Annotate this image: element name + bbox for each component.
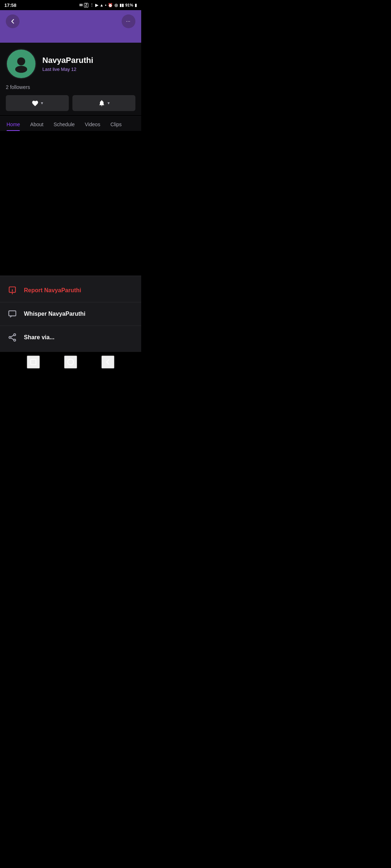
svg-line-10 (11, 335, 14, 337)
tab-clips[interactable]: Clips (105, 116, 127, 131)
last-live-date: May 12 (61, 67, 76, 72)
battery-charging-icon: ▲ (100, 3, 104, 7)
report-label: Report NavyaParuthi (24, 287, 81, 294)
whisper-menu-item[interactable]: Whisper NavyaParuthi (0, 302, 141, 326)
notify-chevron: ▾ (108, 101, 110, 106)
battery-icon: ▮ (135, 3, 137, 8)
tab-home[interactable]: Home (1, 116, 25, 131)
more-options-button[interactable]: ••• (122, 14, 135, 28)
followers-count: 2 followers (6, 84, 135, 90)
follow-chevron: ▾ (41, 101, 43, 106)
svg-point-9 (14, 339, 16, 341)
tab-about[interactable]: About (25, 116, 49, 131)
back-icon (9, 18, 16, 25)
avatar-image (11, 54, 31, 74)
status-bar: 17:58 ✉ Z ⋮ ▶ ▲ • ⏰ ◎ ▮▮ 91% ▮ (0, 0, 141, 10)
last-live: Last live May 12 (42, 67, 93, 72)
report-menu-item[interactable]: Report NavyaParuthi (0, 279, 141, 302)
svg-line-11 (11, 338, 14, 340)
report-icon (7, 285, 17, 295)
svg-rect-12 (30, 359, 36, 365)
action-buttons: ▾ ▾ (6, 95, 135, 111)
main-content (0, 131, 141, 276)
username: NavyaParuthi (42, 56, 93, 65)
alarm-icon: ⏰ (108, 3, 113, 8)
avatar (6, 48, 37, 79)
heart-icon (31, 100, 39, 106)
tabs-section: Home About Schedule Videos Clips (0, 116, 141, 131)
more-dots-icon: ••• (126, 20, 131, 22)
svg-point-0 (17, 58, 25, 65)
svg-point-8 (9, 336, 11, 338)
zee-icon: Z (84, 3, 88, 8)
grid-icon: ⋮ (90, 3, 94, 8)
last-live-label: Last live (42, 67, 60, 72)
share-icon (7, 332, 17, 342)
svg-point-13 (68, 359, 74, 365)
signal-icon: ▮▮ (119, 3, 124, 8)
youtube-icon: ▶ (95, 3, 98, 8)
tab-videos[interactable]: Videos (80, 116, 105, 131)
follow-button[interactable]: ▾ (6, 95, 69, 111)
dot-icon: • (105, 3, 106, 7)
battery-percent: 91% (125, 3, 133, 7)
profile-row: NavyaParuthi Last live May 12 (6, 48, 135, 79)
system-nav (0, 352, 141, 372)
bottom-menu: Report NavyaParuthi Whisper NavyaParuthi… (0, 276, 141, 352)
back-button[interactable] (6, 14, 20, 28)
profile-info: NavyaParuthi Last live May 12 (42, 56, 93, 72)
nav-square-button[interactable] (27, 356, 40, 369)
header-banner: ••• (0, 10, 141, 43)
notify-button[interactable]: ▾ (72, 95, 135, 111)
status-time: 17:58 (4, 3, 16, 8)
tabs-row: Home About Schedule Videos Clips (0, 116, 141, 131)
nav-back-button[interactable] (101, 356, 114, 369)
tab-schedule[interactable]: Schedule (49, 116, 80, 131)
share-menu-item[interactable]: Share via... (0, 326, 141, 349)
whisper-icon (7, 309, 17, 319)
message-icon: ✉ (79, 3, 83, 8)
svg-point-1 (15, 66, 27, 73)
triangle-nav-icon (104, 358, 112, 366)
nav-circle-button[interactable] (64, 356, 77, 369)
square-nav-icon (29, 358, 37, 366)
share-label: Share via... (24, 334, 55, 341)
bell-icon (98, 99, 105, 107)
chat-icon (8, 309, 17, 319)
profile-section: NavyaParuthi Last live May 12 2 follower… (0, 43, 141, 115)
svg-point-7 (14, 334, 16, 336)
status-icons: ✉ Z ⋮ ▶ ▲ • ⏰ ◎ ▮▮ 91% ▮ (79, 3, 137, 8)
svg-rect-6 (9, 311, 16, 316)
circle-nav-icon (67, 358, 75, 366)
wifi-icon: ◎ (114, 3, 118, 8)
whisper-label: Whisper NavyaParuthi (24, 311, 85, 317)
share-arrow-icon (8, 333, 17, 342)
report-flag-icon (8, 286, 17, 295)
